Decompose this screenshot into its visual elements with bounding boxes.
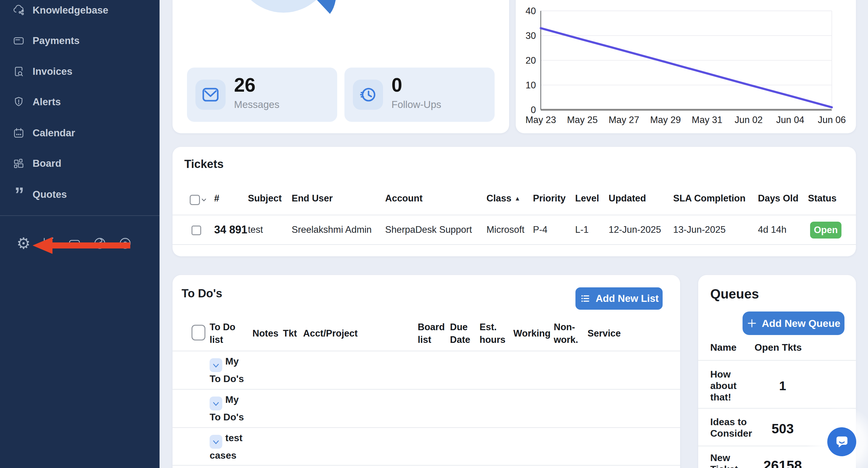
select-all-checkbox[interactable] xyxy=(190,195,200,205)
col-subject[interactable]: Subject xyxy=(248,193,282,204)
ticket-days-old: 4d 14h xyxy=(758,224,786,235)
add-new-queue-label: Add New Queue xyxy=(762,317,841,329)
svg-text:Jun 04: Jun 04 xyxy=(776,115,804,125)
col-number[interactable]: # xyxy=(214,193,219,204)
sidebar-divider xyxy=(0,215,159,216)
col-non-work[interactable]: Non-work. xyxy=(554,321,580,346)
col-updated[interactable]: Updated xyxy=(609,193,646,204)
svg-text:30: 30 xyxy=(526,30,536,41)
quotes-icon: ” xyxy=(13,188,25,200)
ticket-number[interactable]: 34 891 xyxy=(214,223,247,236)
ticket-account: SherpaDesk Support xyxy=(385,224,472,235)
queue-open-count: 26158 xyxy=(752,458,813,468)
messages-stat-tile[interactable]: 26 Messages xyxy=(187,67,337,122)
table-divider xyxy=(173,427,680,428)
ticket-priority: P-4 xyxy=(533,224,548,235)
col-status[interactable]: Status xyxy=(808,193,837,204)
expand-chevron-icon[interactable] xyxy=(210,435,222,449)
chat-bubble-icon xyxy=(833,433,851,451)
clock-history-icon xyxy=(353,80,383,110)
line-chart-card: 010203040May 23May 25May 27May 29May 31J… xyxy=(516,0,856,133)
todos-title: To Do's xyxy=(182,287,222,300)
queue-name[interactable]: Ideas to Consider xyxy=(710,416,756,439)
todo-row[interactable]: My To Do's xyxy=(210,393,245,424)
svg-text:May 25: May 25 xyxy=(567,115,598,125)
sidebar-item-label: Alerts xyxy=(33,96,61,108)
svg-text:0: 0 xyxy=(531,105,536,115)
col-queue-name[interactable]: Name xyxy=(710,342,737,353)
row-checkbox[interactable] xyxy=(191,225,201,235)
col-class[interactable]: Class▲ xyxy=(487,193,521,204)
col-todo-list[interactable]: To Do list xyxy=(210,321,237,346)
todos-select-all-checkbox[interactable] xyxy=(191,325,206,340)
col-days-old[interactable]: Days Old xyxy=(758,193,798,204)
svg-text:May 31: May 31 xyxy=(692,115,723,125)
sidebar-item-board[interactable]: Board xyxy=(13,157,61,170)
red-arrow-annotation xyxy=(30,235,133,256)
col-account[interactable]: Account xyxy=(385,193,423,204)
todos-card: To Do's Add New List To Do list Notes Tk… xyxy=(173,275,680,468)
svg-text:Jun 02: Jun 02 xyxy=(735,115,763,125)
sidebar: Knowledgebase Payments Invoices xyxy=(0,0,159,468)
queue-open-count: 1 xyxy=(752,379,813,393)
settings-gear-icon[interactable]: ⚙ xyxy=(17,237,30,250)
table-divider xyxy=(698,360,856,361)
status-badge: Open xyxy=(810,222,841,239)
sidebar-item-invoices[interactable]: Invoices xyxy=(13,65,72,78)
list-icon xyxy=(579,293,591,304)
ticket-subject[interactable]: test xyxy=(248,224,263,235)
svg-text:May 27: May 27 xyxy=(609,115,640,125)
col-level[interactable]: Level xyxy=(575,193,599,204)
followups-stat-tile[interactable]: 0 Follow-Ups xyxy=(344,67,495,122)
expand-chevron-icon[interactable] xyxy=(210,358,222,372)
select-all-chevron-icon[interactable] xyxy=(200,196,208,205)
col-est-hours[interactable]: Est. hours xyxy=(479,321,507,346)
intercom-chat-button[interactable] xyxy=(827,427,856,456)
sidebar-item-label: Board xyxy=(33,158,61,169)
table-divider xyxy=(173,389,680,389)
todo-row[interactable]: My To Do's xyxy=(210,354,245,385)
queue-name[interactable]: New Ticket xyxy=(710,452,756,468)
col-sla-completion[interactable]: SLA Completion xyxy=(673,193,746,204)
payments-card-icon xyxy=(13,35,25,47)
ticket-sla-completion: 13-Jun-2025 xyxy=(673,224,726,235)
col-open-tkts[interactable]: Open Tkts xyxy=(752,342,804,353)
col-due-date[interactable]: Due Date xyxy=(450,321,474,346)
tickets-title: Tickets xyxy=(184,158,223,171)
ticket-level: L-1 xyxy=(575,224,589,235)
svg-text:10: 10 xyxy=(526,80,536,90)
sidebar-item-label: Payments xyxy=(33,35,80,46)
todo-row[interactable]: test cases xyxy=(210,431,245,462)
queue-open-count: 503 xyxy=(752,421,813,436)
col-acct-project[interactable]: Acct/Project xyxy=(303,328,358,339)
sidebar-item-payments[interactable]: Payments xyxy=(13,34,80,48)
col-end-user[interactable]: End User xyxy=(292,193,333,204)
alerts-shield-icon xyxy=(13,96,25,108)
followups-count: 0 xyxy=(392,75,402,95)
sidebar-item-alerts[interactable]: Alerts xyxy=(13,95,61,108)
svg-text:May 23: May 23 xyxy=(525,115,556,125)
svg-text:40: 40 xyxy=(526,6,536,16)
messages-count: 26 xyxy=(234,75,255,95)
dashboard-screen: Knowledgebase Payments Invoices xyxy=(0,0,868,468)
expand-chevron-icon[interactable] xyxy=(210,397,222,410)
table-divider xyxy=(173,465,680,466)
col-service[interactable]: Service xyxy=(588,328,621,339)
sidebar-item-quotes[interactable]: ” Quotes xyxy=(13,188,67,201)
col-board-list[interactable]: Board list xyxy=(418,321,445,346)
table-divider xyxy=(173,215,856,215)
sidebar-item-label: Quotes xyxy=(33,189,67,200)
ticket-updated: 12-Jun-2025 xyxy=(609,224,661,235)
add-new-queue-button[interactable]: Add New Queue xyxy=(743,312,844,335)
pie-slice-minor xyxy=(317,0,336,14)
add-new-list-button[interactable]: Add New List xyxy=(576,287,662,310)
tickets-card: Tickets # Subject End User Account Class… xyxy=(173,147,856,256)
queue-name[interactable]: How about that! xyxy=(710,369,756,403)
col-notes[interactable]: Notes xyxy=(252,328,278,339)
sidebar-item-label: Calendar xyxy=(33,127,75,139)
sidebar-item-knowledgebase[interactable]: Knowledgebase xyxy=(13,4,108,17)
sidebar-item-calendar[interactable]: Calendar xyxy=(13,126,75,139)
col-priority[interactable]: Priority xyxy=(533,193,566,204)
col-tkt[interactable]: Tkt xyxy=(283,328,297,339)
col-working[interactable]: Working xyxy=(513,328,550,339)
